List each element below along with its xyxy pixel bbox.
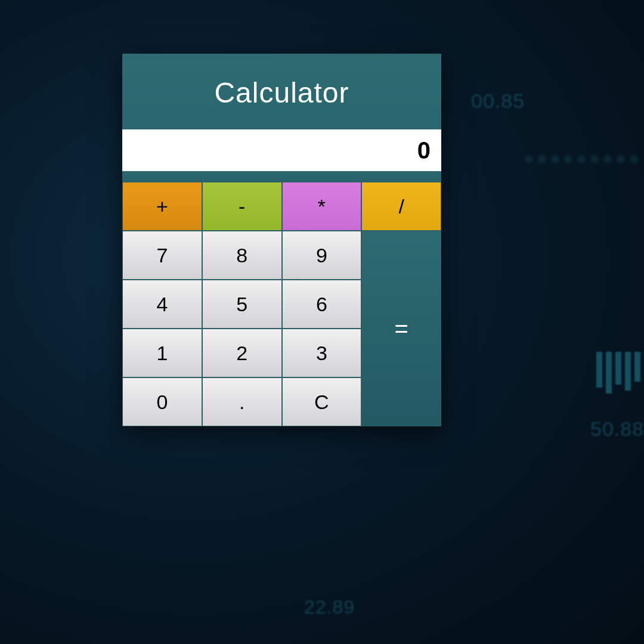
multiply-button[interactable]: * xyxy=(282,182,362,231)
digit-5-button[interactable]: 5 xyxy=(202,280,282,329)
keypad: + - * / 7 8 9 = 4 5 6 1 2 3 0 . C xyxy=(122,182,441,426)
calculator-title: Calculator xyxy=(122,54,441,129)
digit-3-button[interactable]: 3 xyxy=(282,329,362,377)
equals-button[interactable]: = xyxy=(361,231,441,426)
bg-number-3: 22.89 xyxy=(304,596,355,618)
calculator-panel: Calculator 0 + - * / 7 8 9 = 4 5 6 1 2 3… xyxy=(122,54,441,426)
digit-1-button[interactable]: 1 xyxy=(122,329,202,377)
bg-dots-icon xyxy=(525,155,644,163)
spacer xyxy=(122,171,441,182)
subtract-button[interactable]: - xyxy=(202,182,282,231)
add-button[interactable]: + xyxy=(122,182,202,231)
bg-bars-icon xyxy=(596,352,640,394)
digit-9-button[interactable]: 9 xyxy=(282,231,362,280)
bg-number-2: 50.88 xyxy=(590,417,644,441)
decimal-button[interactable]: . xyxy=(202,377,282,426)
clear-button[interactable]: C xyxy=(282,377,362,426)
digit-7-button[interactable]: 7 xyxy=(122,231,202,280)
digit-4-button[interactable]: 4 xyxy=(122,280,202,329)
digit-6-button[interactable]: 6 xyxy=(282,280,362,329)
display-output: 0 xyxy=(122,129,441,171)
digit-0-button[interactable]: 0 xyxy=(122,377,202,426)
digit-8-button[interactable]: 8 xyxy=(202,231,282,280)
digit-2-button[interactable]: 2 xyxy=(202,329,282,377)
bg-number-1: 00.85 xyxy=(471,89,525,113)
divide-button[interactable]: / xyxy=(361,182,441,231)
